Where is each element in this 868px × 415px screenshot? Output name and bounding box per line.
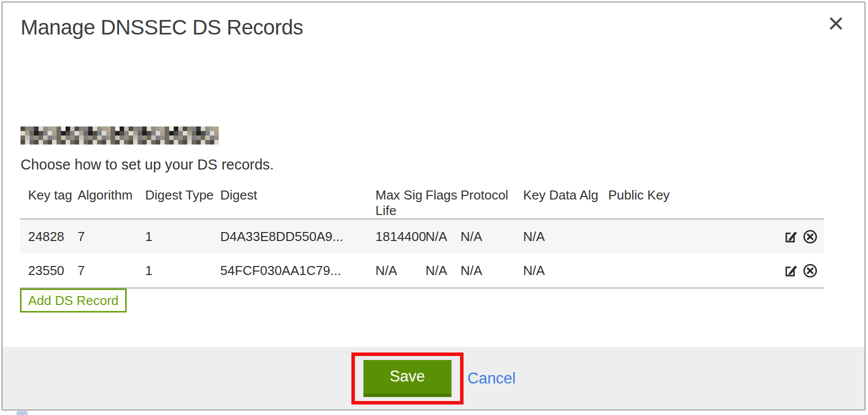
delete-icon [802,229,818,244]
col-header-protocol: Protocol [461,182,523,219]
cell-flags: N/A [425,219,461,254]
save-button[interactable]: Save [363,360,452,397]
cell-digest-type: 1 [145,219,220,254]
cell-protocol: N/A [461,219,523,254]
dnssec-modal: Manage DNSSEC DS Records Choose how to s… [2,2,865,410]
edit-icon [782,263,798,278]
col-header-actions [733,182,824,219]
cell-digest-type: 1 [145,254,220,288]
modal-title: Manage DNSSEC DS Records [21,16,303,40]
cell-key-data-alg: N/A [523,219,608,254]
col-header-digest-type: Digest Type [145,182,220,219]
table-header-row: Key tag Algorithm Digest Type Digest Max… [20,182,824,219]
col-header-digest: Digest [220,182,375,219]
cell-actions [733,219,824,254]
col-header-max-sig-life: Max Sig Life [375,182,425,219]
col-header-key-data-alg: Key Data Alg [523,182,608,219]
edit-record-button[interactable] [782,229,798,244]
cell-key-tag: 23550 [20,254,78,288]
background-page-sliver [17,411,28,415]
cell-public-key [608,254,733,288]
cell-algorithm: 7 [78,254,145,288]
delete-record-button[interactable] [802,263,818,278]
delete-icon [802,263,818,278]
cell-max-sig-life: N/A [375,254,425,288]
cell-digest: D4A33E8DD550A9... [220,219,375,254]
cell-digest: 54FCF030AA1C79... [220,254,375,288]
col-header-public-key: Public Key [608,182,733,219]
cell-key-tag: 24828 [20,219,78,254]
edit-record-button[interactable] [782,263,798,278]
close-button[interactable] [828,16,844,32]
table-row: 24828 7 1 D4A33E8DD550A9... 1814400 N/A … [20,219,824,254]
col-header-algorithm: Algorithm [78,182,145,219]
table-row: 23550 7 1 54FCF030AA1C79... N/A N/A N/A … [20,254,824,288]
close-icon [828,16,843,31]
cell-protocol: N/A [461,254,523,288]
cell-max-sig-life: 1814400 [375,219,425,254]
col-header-key-tag: Key tag [20,182,78,219]
cell-key-data-alg: N/A [523,254,608,288]
delete-record-button[interactable] [802,229,818,244]
modal-footer: Save Cancel [3,347,864,410]
cell-public-key [608,219,733,254]
col-header-flags: Flags [425,182,461,219]
page: Manage DNSSEC DS Records Choose how to s… [0,0,868,415]
add-ds-record-button[interactable]: Add DS Record [20,288,127,312]
cell-actions [733,254,824,288]
cell-flags: N/A [425,254,461,288]
ds-records-table: Key tag Algorithm Digest Type Digest Max… [20,182,824,288]
cancel-link[interactable]: Cancel [468,370,516,388]
redacted-domain-pixels [21,126,219,144]
setup-instruction: Choose how to set up your DS records. [21,156,274,173]
annotation-red-box: Save [351,352,464,404]
edit-icon [782,229,798,244]
cell-algorithm: 7 [78,219,145,254]
